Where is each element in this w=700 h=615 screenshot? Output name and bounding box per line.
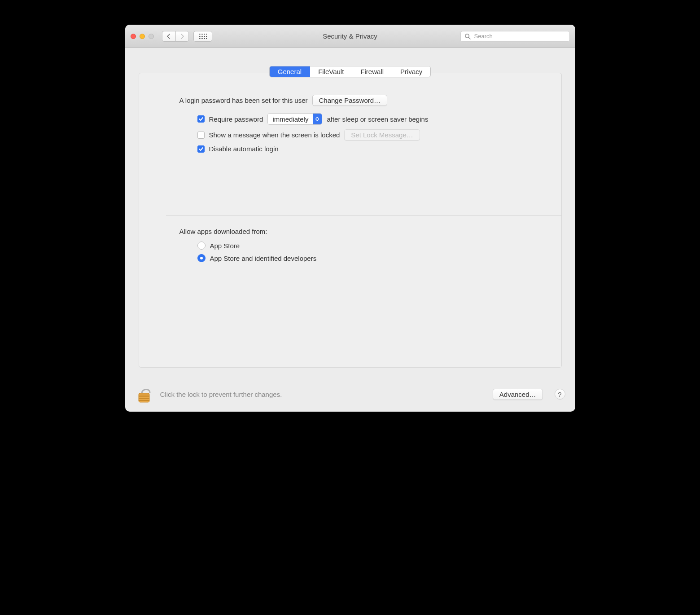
allow-apps-identified-radio[interactable] [197, 254, 206, 262]
forward-button [175, 31, 189, 42]
show-lock-message-checkbox[interactable] [197, 132, 205, 139]
disable-auto-login-checkbox[interactable] [197, 145, 205, 153]
svg-rect-13 [204, 38, 205, 39]
svg-rect-10 [199, 38, 200, 39]
svg-rect-19 [139, 396, 149, 397]
select-stepper-icon [313, 114, 322, 124]
change-password-button[interactable]: Change Password… [312, 95, 388, 106]
general-panel: A login password has been set for this u… [139, 73, 562, 368]
svg-rect-11 [201, 38, 201, 39]
tab-firewall[interactable]: Firewall [352, 66, 392, 77]
allow-apps-identified-label: App Store and identified developers [210, 255, 317, 262]
svg-rect-8 [204, 36, 205, 37]
require-password-delay-value: immediately [268, 114, 313, 124]
require-password-delay-select[interactable]: immediately [267, 113, 322, 125]
require-password-label-before: Require password [209, 115, 263, 123]
tab-firewall-label: Firewall [360, 68, 384, 75]
allow-apps-app-store-radio[interactable] [197, 242, 206, 250]
window-controls [131, 34, 154, 39]
zoom-window-button [149, 34, 154, 39]
tab-filevault-label: FileVault [318, 68, 344, 75]
show-all-button[interactable] [193, 31, 212, 42]
svg-rect-1 [201, 34, 201, 35]
security-privacy-window: Security & Privacy General FileVault Fir… [125, 25, 575, 412]
section-divider [166, 215, 561, 216]
preference-body: General FileVault Firewall Privacy A log… [125, 48, 575, 377]
svg-line-16 [468, 37, 470, 39]
svg-rect-12 [202, 38, 203, 39]
tab-general-label: General [278, 68, 302, 75]
minimize-window-button[interactable] [140, 34, 145, 39]
svg-rect-2 [202, 34, 203, 35]
require-password-label-after: after sleep or screen saver begins [327, 115, 428, 123]
svg-rect-21 [139, 400, 149, 401]
require-password-checkbox[interactable] [197, 115, 205, 123]
set-lock-message-button: Set Lock Message… [344, 129, 420, 141]
svg-rect-3 [204, 34, 205, 35]
svg-rect-20 [139, 398, 149, 399]
svg-rect-7 [202, 36, 203, 37]
search-input[interactable] [473, 32, 566, 40]
allow-apps-heading: Allow apps downloaded from: [179, 228, 534, 235]
disable-auto-login-label: Disable automatic login [209, 145, 279, 153]
back-button[interactable] [162, 31, 175, 42]
svg-rect-6 [201, 36, 201, 37]
svg-rect-9 [206, 36, 207, 37]
tab-general[interactable]: General [270, 66, 310, 77]
search-icon [464, 33, 471, 40]
lock-help-text: Click the lock to prevent further change… [160, 391, 486, 398]
tab-bar: General FileVault Firewall Privacy [269, 66, 431, 77]
tab-privacy[interactable]: Privacy [392, 66, 430, 77]
svg-rect-0 [199, 34, 200, 35]
login-password-text: A login password has been set for this u… [179, 97, 308, 104]
show-lock-message-label: Show a message when the screen is locked [209, 131, 340, 139]
allow-apps-app-store-label: App Store [210, 242, 240, 250]
titlebar: Security & Privacy [125, 25, 575, 48]
close-window-button[interactable] [131, 34, 136, 39]
lock-icon[interactable] [135, 384, 153, 404]
tab-filevault[interactable]: FileVault [310, 66, 352, 77]
svg-rect-4 [206, 34, 207, 35]
tab-privacy-label: Privacy [400, 68, 422, 75]
search-field[interactable] [460, 31, 570, 42]
footer: Click the lock to prevent further change… [125, 377, 575, 412]
svg-rect-5 [199, 36, 200, 37]
advanced-button[interactable]: Advanced… [493, 389, 543, 400]
svg-rect-14 [206, 38, 207, 39]
svg-rect-18 [139, 395, 149, 395]
nav-buttons [162, 31, 189, 42]
help-button[interactable]: ? [555, 389, 565, 400]
